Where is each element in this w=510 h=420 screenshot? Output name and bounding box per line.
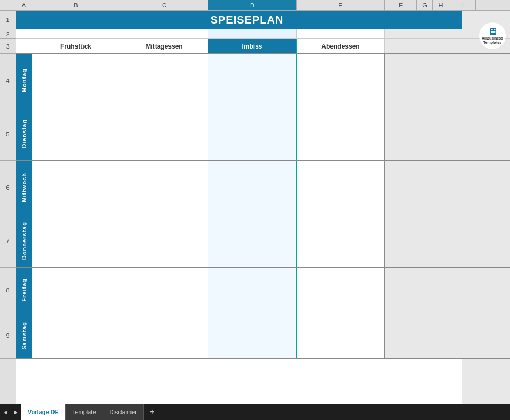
tab-scroll-prev[interactable]: ◄	[0, 404, 11, 420]
tab-scroll-next[interactable]: ►	[11, 404, 21, 420]
donnerstag-mittagessen[interactable]	[120, 214, 208, 267]
mittwoch-imbiss[interactable]	[208, 161, 297, 214]
monitor-icon: 🖥	[488, 27, 497, 36]
donnerstag-right	[385, 214, 510, 267]
row2-col-b	[32, 29, 120, 38]
row-2	[16, 29, 510, 39]
day-label-samstag: Samstag	[21, 322, 27, 350]
col-header-i: I	[449, 0, 476, 10]
freitag-fruehstueck[interactable]	[32, 268, 120, 313]
col-header-a: A	[16, 0, 32, 10]
samstag-imbiss[interactable]	[208, 313, 297, 358]
montag-fruehstueck[interactable]	[32, 54, 120, 107]
day-label-freitag: Freitag	[21, 278, 27, 302]
logo-text-line1: AllBusiness	[482, 36, 503, 41]
day-label-freitag-cell: Freitag	[16, 268, 32, 313]
row-num-5: 5	[0, 107, 16, 161]
freitag-right	[385, 268, 510, 313]
row2-col-d	[208, 29, 297, 38]
spreadsheet-title: SPEISEPLAN	[32, 11, 462, 29]
header-abendessen: Abendessen	[297, 39, 385, 53]
header-fruehstueck: Frühstück	[32, 39, 120, 53]
row2-col-a	[16, 29, 32, 38]
donnerstag-imbiss[interactable]	[208, 214, 297, 267]
spreadsheet: A B C D E F G H I 1 2 3 4 5 6 7 8 9	[0, 0, 510, 404]
row-num-9: 9	[0, 313, 16, 359]
dienstag-mittagessen[interactable]	[120, 107, 208, 160]
mittwoch-fruehstueck[interactable]	[32, 161, 120, 214]
row2-col-c	[120, 29, 208, 38]
tab-bar: ◄ ► Vorlage DE Template Disclaimer +	[0, 404, 510, 420]
column-headers: A B C D E F G H I	[0, 0, 510, 11]
donnerstag-abendessen[interactable]	[297, 214, 385, 267]
col-header-f: F	[385, 0, 417, 10]
montag-abendessen[interactable]	[297, 54, 385, 107]
header-col-a	[16, 39, 32, 53]
row-mittwoch: Mittwoch	[16, 161, 510, 214]
day-label-dienstag: Dienstag	[21, 119, 27, 148]
freitag-imbiss[interactable]	[208, 268, 297, 313]
day-label-donnerstag: Donnerstag	[21, 222, 27, 260]
row-numbers: 1 2 3 4 5 6 7 8 9	[0, 11, 16, 404]
montag-mittagessen[interactable]	[120, 54, 208, 107]
mittwoch-right	[385, 161, 510, 214]
row-num-6: 6	[0, 161, 16, 214]
row-montag: Montag	[16, 54, 510, 107]
day-label-mittwoch: Mittwoch	[21, 173, 27, 203]
dienstag-right	[385, 107, 510, 160]
day-label-mittwoch-cell: Mittwoch	[16, 161, 32, 214]
row-num-4: 4	[0, 54, 16, 107]
mittwoch-abendessen[interactable]	[297, 161, 385, 214]
row-donnerstag: Donnerstag	[16, 214, 510, 268]
tab-disclaimer[interactable]: Disclaimer	[103, 404, 144, 420]
row-num-1: 1	[0, 11, 16, 29]
title-row: SPEISEPLAN 🖥 AllBusiness Templates	[16, 11, 510, 29]
col-header-g: G	[417, 0, 433, 10]
spreadsheet-area: 1 2 3 4 5 6 7 8 9 SPEISEPLAN 🖥 A	[0, 11, 510, 404]
dienstag-imbiss[interactable]	[208, 107, 297, 160]
dienstag-fruehstueck[interactable]	[32, 107, 120, 160]
row-dienstag: Dienstag	[16, 107, 510, 161]
montag-imbiss[interactable]	[208, 54, 297, 107]
row2-col-e	[297, 29, 385, 38]
row-num-3: 3	[0, 39, 16, 54]
mittwoch-mittagessen[interactable]	[120, 161, 208, 214]
freitag-abendessen[interactable]	[297, 268, 385, 313]
donnerstag-fruehstueck[interactable]	[32, 214, 120, 267]
logo-text-line2: Templates	[483, 41, 501, 45]
row-num-8: 8	[0, 268, 16, 313]
col-header-h: H	[433, 0, 449, 10]
row-num-7: 7	[0, 214, 16, 268]
corner-cell	[0, 0, 16, 10]
tab-vorlage-de[interactable]: Vorlage DE	[21, 404, 66, 420]
dienstag-abendessen[interactable]	[297, 107, 385, 160]
grid-wrapper: SPEISEPLAN 🖥 AllBusiness Templates	[16, 11, 510, 404]
samstag-right	[385, 313, 510, 358]
tab-add-button[interactable]: +	[146, 406, 159, 418]
samstag-abendessen[interactable]	[297, 313, 385, 358]
col-header-b: B	[32, 0, 120, 10]
day-label-donnerstag-cell: Donnerstag	[16, 214, 32, 267]
col-header-e: E	[297, 0, 385, 10]
title-row-col-a	[16, 11, 32, 29]
montag-right	[385, 54, 510, 107]
header-imbiss: Imbiss	[208, 39, 297, 53]
day-label-dienstag-cell: Dienstag	[16, 107, 32, 160]
bottom-space	[16, 359, 510, 404]
row-freitag: Freitag	[16, 268, 510, 313]
row-samstag: Samstag	[16, 313, 510, 359]
header-row: Frühstück Mittagessen Imbiss Abendessen	[16, 39, 510, 54]
freitag-mittagessen[interactable]	[120, 268, 208, 313]
samstag-mittagessen[interactable]	[120, 313, 208, 358]
header-mittagessen: Mittagessen	[120, 39, 208, 53]
day-label-montag-cell: Montag	[16, 54, 32, 107]
col-header-d[interactable]: D	[208, 0, 297, 10]
day-label-samstag-cell: Samstag	[16, 313, 32, 358]
logo: 🖥 AllBusiness Templates	[479, 22, 506, 49]
col-header-c: C	[120, 0, 208, 10]
row-num-2: 2	[0, 29, 16, 39]
tab-template[interactable]: Template	[66, 404, 103, 420]
logo-panel: 🖥 AllBusiness Templates	[462, 11, 510, 29]
samstag-fruehstueck[interactable]	[32, 313, 120, 358]
day-label-montag: Montag	[21, 68, 27, 92]
